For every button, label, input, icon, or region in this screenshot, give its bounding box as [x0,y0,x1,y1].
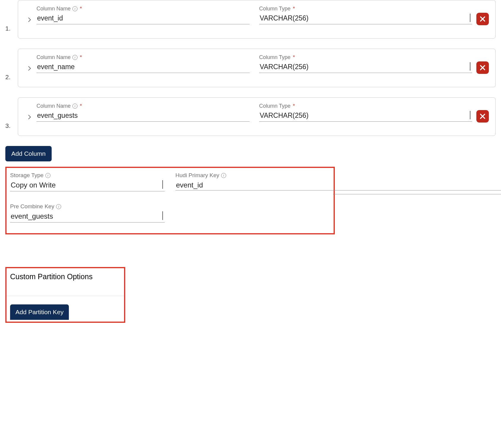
required-indicator: * [80,6,82,12]
hudi-primary-key-field: Hudi Primary Key i event_id [175,172,330,191]
pre-combine-key-value: event_guests [11,212,53,220]
add-column-button[interactable]: Add Column [5,146,52,161]
required-indicator: * [80,103,82,109]
column-type-value: VARCHAR(256) [260,14,308,22]
info-icon[interactable]: i [72,104,77,109]
hudi-settings-panel: Storage Type i Copy on Write Hudi Primar… [5,167,335,234]
delete-column-button[interactable] [476,13,489,25]
hudi-primary-key-select[interactable]: event_id [175,179,330,191]
column-name-input[interactable] [37,12,250,24]
chevron-down-icon [162,180,163,188]
storage-type-field: Storage Type i Copy on Write [10,172,165,191]
hudi-primary-key-select-ext[interactable] [333,172,501,194]
delete-column-button[interactable] [476,61,489,74]
chevron-right-icon [26,115,31,119]
info-icon[interactable]: i [45,173,50,178]
storage-type-label: Storage Type [10,172,44,179]
column-type-label: Column Type [259,6,291,12]
info-icon[interactable]: i [56,204,61,209]
column-row: 1. Column Name i * Column Type* [5,0,496,39]
column-type-label: Column Type [259,54,291,61]
chevron-down-icon [470,62,470,70]
custom-partition-panel: Custom Partition Options Add Partition K… [5,267,125,323]
storage-type-select[interactable]: Copy on Write [10,179,165,191]
row-index: 1. [5,7,18,32]
column-name-input[interactable] [37,61,250,73]
column-name-label: Column Name [37,54,71,61]
required-indicator: * [293,54,295,61]
pre-combine-key-label: Pre Combine Key [10,203,54,210]
close-icon [479,64,486,71]
chevron-down-icon [470,13,470,21]
row-index: 3. [5,104,18,129]
expand-toggle[interactable] [25,64,32,72]
chevron-right-icon [26,17,31,22]
close-icon [479,15,486,23]
hudi-primary-key-underline [175,190,501,190]
divider [7,296,124,296]
column-type-select[interactable]: VARCHAR(256) [259,12,472,24]
info-icon[interactable]: i [221,173,226,178]
add-partition-key-button[interactable]: Add Partition Key [10,304,69,320]
expand-toggle[interactable] [25,113,32,121]
column-type-value: VARCHAR(256) [260,63,308,71]
pre-combine-key-field: Pre Combine Key i event_guests [10,203,165,223]
info-icon[interactable]: i [72,6,77,11]
column-name-label: Column Name [37,6,71,12]
column-name-label: Column Name [37,103,71,109]
required-indicator: * [80,54,82,61]
column-type-select[interactable]: VARCHAR(256) [259,110,472,122]
column-row: 2. Column Name i * Column Type* [5,49,496,87]
column-type-label: Column Type [259,103,291,109]
hudi-primary-key-value: event_id [176,181,203,189]
required-indicator: * [293,6,295,12]
chevron-down-icon [470,111,470,119]
delete-column-button[interactable] [476,110,489,123]
column-type-select[interactable]: VARCHAR(256) [259,61,472,73]
pre-combine-key-select[interactable]: event_guests [10,210,165,223]
chevron-down-icon [162,211,163,220]
row-index: 2. [5,55,18,81]
hudi-primary-key-label: Hudi Primary Key [175,172,219,179]
chevron-right-icon [26,66,31,71]
column-row: 3. Column Name i * Column Type* [5,97,496,136]
column-name-input[interactable] [37,110,250,122]
info-icon[interactable]: i [72,55,77,60]
expand-toggle[interactable] [25,16,32,23]
column-type-value: VARCHAR(256) [260,112,308,119]
custom-partition-title: Custom Partition Options [10,272,121,281]
close-icon [479,113,486,120]
storage-type-value: Copy on Write [11,181,56,189]
required-indicator: * [293,103,295,109]
